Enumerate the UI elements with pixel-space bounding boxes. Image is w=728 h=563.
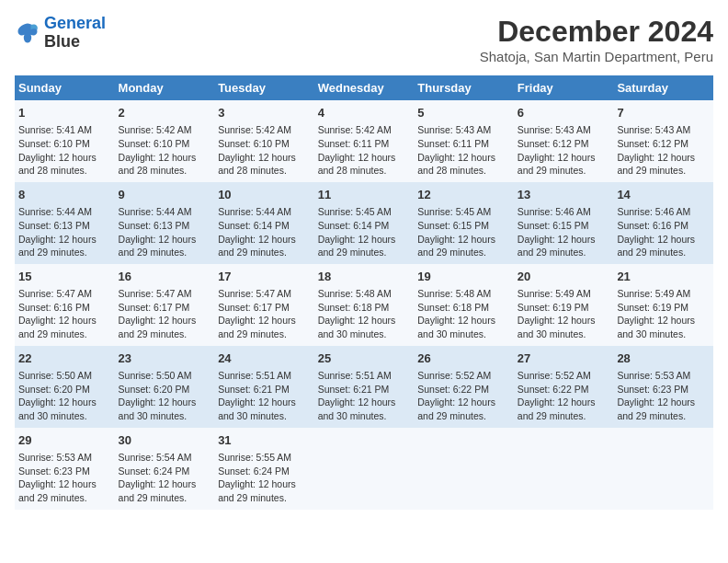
day-number: 25 (318, 350, 411, 367)
day-number: 22 (18, 350, 111, 367)
day-info-line: Daylight: 12 hours (318, 151, 411, 165)
day-info-line: Sunset: 6:12 PM (617, 137, 710, 151)
day-info-line: Daylight: 12 hours (119, 396, 211, 409)
logo-text: General Blue (44, 15, 106, 52)
day-info-line: Daylight: 12 hours (417, 396, 510, 409)
day-info-line: Sunrise: 5:42 AM (218, 123, 311, 137)
day-info-line: Sunrise: 5:51 AM (218, 369, 311, 383)
day-info-line: Sunrise: 5:48 AM (417, 287, 510, 301)
calendar-cell: 18Sunrise: 5:48 AMSunset: 6:18 PMDayligh… (314, 264, 415, 346)
day-info-line: Sunrise: 5:49 AM (518, 287, 610, 301)
day-info-line: Sunrise: 5:42 AM (119, 123, 211, 137)
day-info-line: and 29 minutes. (518, 409, 610, 423)
day-info-line: and 28 minutes. (218, 164, 311, 178)
day-info-line: and 29 minutes. (119, 327, 211, 341)
day-number: 23 (119, 350, 211, 367)
day-info-line: and 30 minutes. (318, 327, 411, 341)
day-info-line: Sunrise: 5:49 AM (617, 287, 710, 301)
calendar-week-row: 1Sunrise: 5:41 AMSunset: 6:10 PMDaylight… (15, 100, 713, 182)
day-info-line: Sunset: 6:19 PM (518, 301, 610, 315)
calendar-cell: 28Sunrise: 5:53 AMSunset: 6:23 PMDayligh… (613, 346, 713, 428)
day-info-line: and 28 minutes. (417, 164, 510, 178)
calendar-cell: 6Sunrise: 5:43 AMSunset: 6:12 PMDaylight… (514, 100, 614, 182)
day-info-line: Sunset: 6:17 PM (119, 301, 211, 315)
day-info-line: Sunset: 6:15 PM (417, 219, 510, 233)
day-info-line: Sunset: 6:16 PM (18, 301, 111, 315)
day-info-line: Sunrise: 5:50 AM (18, 369, 111, 383)
day-info-line: Sunrise: 5:43 AM (417, 123, 510, 137)
day-number: 5 (417, 105, 510, 121)
day-info-line: Sunrise: 5:44 AM (18, 205, 111, 219)
day-info-line: Sunrise: 5:53 AM (617, 369, 710, 383)
day-info-line: and 30 minutes. (218, 409, 311, 423)
calendar-cell: 26Sunrise: 5:52 AMSunset: 6:22 PMDayligh… (414, 346, 514, 428)
day-info-line: Sunrise: 5:45 AM (417, 205, 510, 219)
weekday-header: Wednesday (314, 75, 415, 100)
day-number: 11 (318, 187, 411, 203)
calendar-cell: 30Sunrise: 5:54 AMSunset: 6:24 PMDayligh… (115, 428, 215, 510)
day-info-line: Daylight: 12 hours (18, 151, 111, 165)
day-info-line: Daylight: 12 hours (119, 477, 211, 491)
day-number: 27 (518, 350, 610, 367)
weekday-header: Sunday (15, 75, 115, 100)
calendar-cell: 8Sunrise: 5:44 AMSunset: 6:13 PMDaylight… (15, 182, 115, 264)
day-info-line: Sunset: 6:13 PM (18, 219, 111, 233)
calendar-table: SundayMondayTuesdayWednesdayThursdayFrid… (15, 75, 713, 510)
calendar-cell: 10Sunrise: 5:44 AMSunset: 6:14 PMDayligh… (214, 182, 314, 264)
day-info-line: Sunrise: 5:46 AM (617, 205, 710, 219)
day-info-line: Sunrise: 5:52 AM (518, 369, 610, 383)
day-info-line: Sunrise: 5:41 AM (18, 123, 111, 137)
day-info-line: Sunset: 6:11 PM (318, 137, 411, 151)
calendar-cell (414, 428, 514, 510)
day-number: 17 (218, 269, 311, 285)
day-info-line: Sunset: 6:12 PM (518, 137, 610, 151)
day-number: 20 (518, 269, 610, 285)
day-info-line: Sunset: 6:10 PM (218, 137, 311, 151)
day-info-line: Sunrise: 5:46 AM (518, 205, 610, 219)
day-info-line: Daylight: 12 hours (119, 151, 211, 165)
weekday-header: Thursday (414, 75, 514, 100)
calendar-cell (514, 428, 614, 510)
day-info-line: Daylight: 12 hours (417, 233, 510, 247)
day-info-line: Daylight: 12 hours (218, 314, 311, 327)
day-info-line: Sunset: 6:20 PM (18, 383, 111, 396)
day-number: 14 (617, 187, 710, 203)
day-info-line: and 28 minutes. (119, 164, 211, 178)
day-info-line: Sunset: 6:22 PM (417, 383, 510, 396)
day-info-line: Sunrise: 5:44 AM (119, 205, 211, 219)
day-info-line: and 28 minutes. (18, 164, 111, 178)
day-info-line: Sunset: 6:14 PM (218, 219, 311, 233)
day-number: 9 (119, 187, 211, 203)
day-number: 2 (119, 105, 211, 121)
day-info-line: and 29 minutes. (417, 246, 510, 259)
day-info-line: Daylight: 12 hours (318, 233, 411, 247)
day-info-line: Daylight: 12 hours (518, 151, 610, 165)
day-info-line: Sunset: 6:23 PM (617, 383, 710, 396)
main-title: December 2024 (480, 15, 713, 49)
day-info-line: Daylight: 12 hours (617, 151, 710, 165)
day-info-line: and 28 minutes. (318, 164, 411, 178)
day-info-line: and 30 minutes. (119, 409, 211, 423)
day-number: 13 (518, 187, 610, 203)
day-info-line: Sunrise: 5:54 AM (119, 451, 211, 465)
calendar-cell: 19Sunrise: 5:48 AMSunset: 6:18 PMDayligh… (414, 264, 514, 346)
day-info-line: and 30 minutes. (18, 409, 111, 423)
day-info-line: Sunset: 6:10 PM (18, 137, 111, 151)
day-info-line: Sunrise: 5:42 AM (318, 123, 411, 137)
weekday-header: Monday (115, 75, 215, 100)
day-info-line: Sunset: 6:24 PM (119, 465, 211, 478)
day-info-line: Sunset: 6:18 PM (318, 301, 411, 315)
calendar-week-row: 29Sunrise: 5:53 AMSunset: 6:23 PMDayligh… (15, 428, 713, 510)
day-info-line: Sunrise: 5:47 AM (119, 287, 211, 301)
day-info-line: Daylight: 12 hours (518, 396, 610, 409)
calendar-week-row: 8Sunrise: 5:44 AMSunset: 6:13 PMDaylight… (15, 182, 713, 264)
day-info-line: and 29 minutes. (18, 491, 111, 505)
day-info-line: and 30 minutes. (318, 409, 411, 423)
day-number: 6 (518, 105, 610, 121)
day-info-line: Daylight: 12 hours (18, 233, 111, 247)
page-header: General Blue December 2024 Shatoja, San … (15, 15, 713, 64)
logo-line2: Blue (44, 33, 106, 52)
day-info-line: Sunrise: 5:47 AM (18, 287, 111, 301)
day-number: 30 (119, 432, 211, 449)
day-number: 31 (218, 432, 311, 449)
